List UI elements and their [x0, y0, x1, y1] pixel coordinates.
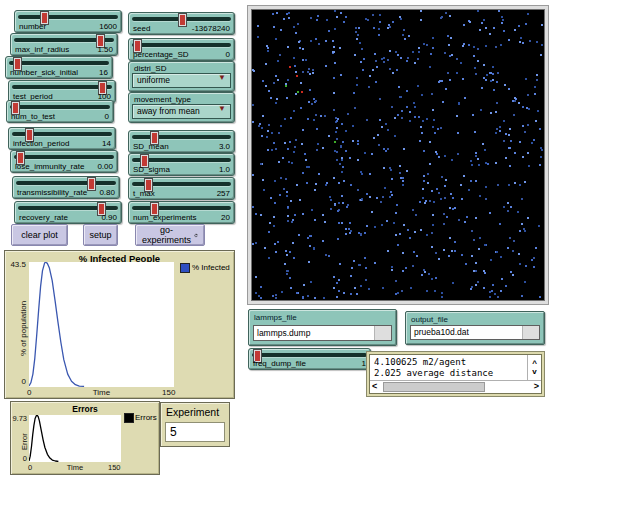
button-label: clear plot — [21, 230, 58, 240]
vertical-scrollbar[interactable]: ^ v — [527, 355, 541, 381]
clear-plot-button[interactable]: clear plot — [11, 224, 68, 246]
chooser-distri-sd[interactable]: distri_SD uniforme ▼ — [128, 61, 235, 92]
input-field-end — [522, 326, 539, 339]
experiment-monitor: Experiment 5 — [160, 402, 230, 447]
slider-track[interactable] — [14, 155, 114, 159]
chooser-value-box[interactable]: uniforme ▼ — [132, 73, 231, 88]
slider-label: t_max — [133, 189, 155, 198]
input-label: output_file — [411, 315, 448, 324]
input-field[interactable]: prueba10d.dat — [410, 325, 540, 340]
input-value: prueba10d.dat — [414, 327, 469, 337]
legend-label: % Infected — [192, 263, 230, 272]
slider-track[interactable] — [10, 105, 110, 109]
slider-max-inf-radius[interactable]: max_inf_radius1.50 — [10, 33, 118, 56]
slider-label: SD_mean — [133, 142, 169, 151]
slider-track[interactable] — [16, 181, 116, 185]
slider-value: 0 — [226, 50, 230, 59]
slider-value: 0.00 — [97, 162, 113, 171]
slider-freq-dump-file[interactable]: freq_dump_file1 — [248, 348, 371, 370]
input-field[interactable]: lammps.dump — [253, 325, 392, 341]
scroll-down-icon[interactable]: v — [532, 368, 536, 376]
chevron-down-icon: ▼ — [218, 74, 226, 82]
y-axis-label: Error — [20, 433, 29, 450]
slider-num-to-test[interactable]: num_to_test0 — [6, 100, 114, 123]
input-field-end — [374, 326, 391, 340]
input-value: lammps.dump — [257, 328, 310, 338]
scroll-left-icon[interactable]: < — [372, 381, 377, 392]
chooser-value: uniforme — [137, 75, 170, 85]
go-experiments-button[interactable]: go-experiments — [135, 224, 205, 246]
lammps-file-input[interactable]: lammps_file lammps.dump — [248, 309, 397, 346]
legend-label: Errors — [135, 413, 157, 422]
slider-percentage-sd[interactable]: percentage_SD0 — [128, 38, 235, 61]
button-label: go-experiments — [142, 225, 191, 245]
monitor-value: 5 — [165, 422, 225, 442]
plot-canvas — [29, 262, 174, 387]
legend-swatch — [180, 263, 190, 273]
slider-infection-period[interactable]: infection_period14 — [8, 127, 116, 150]
slider-seed[interactable]: seed-13678240 — [128, 12, 235, 35]
slider-label: recovery_rate — [19, 213, 68, 222]
slider-track[interactable] — [132, 135, 231, 139]
y-axis-label: % of population — [19, 301, 28, 356]
slider-track[interactable] — [18, 15, 118, 19]
output-line: 4.100625 m2/agent — [374, 357, 466, 367]
slider-sd-mean[interactable]: SD_mean3.0 — [128, 130, 235, 153]
slider-sd-sigma[interactable]: SD_sigma1.0 — [128, 153, 235, 176]
slider-label: max_inf_radius — [15, 45, 69, 54]
slider-label: num_to_test — [11, 112, 55, 121]
slider-label: infection_period — [13, 139, 69, 148]
slider-transmissibility-rate[interactable]: transmissibility_rate0.80 — [12, 176, 120, 199]
y-max-tick: 43.5 — [5, 260, 26, 269]
y-min-tick: 0 — [11, 454, 27, 463]
slider-label: freq_dump_file — [253, 359, 306, 368]
output-box: 4.100625 m2/agent 2.025 average distance… — [366, 351, 545, 397]
slider-recovery-rate[interactable]: recovery_rate0.90 — [14, 201, 122, 224]
plot-infected-people: % Infected People 43.5 0 % of population… — [4, 250, 235, 399]
slider-label: transmissibility_rate — [17, 188, 87, 197]
slider-label: lose_immunity_rate — [15, 162, 84, 171]
slider-number[interactable]: number1600 — [14, 10, 122, 33]
slider-track[interactable] — [252, 353, 367, 357]
plot-canvas — [29, 415, 121, 462]
slider-track[interactable] — [132, 43, 231, 47]
infected-curve — [29, 262, 174, 387]
slider-track[interactable] — [9, 61, 109, 65]
scrollbar-thumb[interactable] — [383, 382, 485, 392]
scroll-right-icon[interactable]: > — [534, 381, 539, 392]
forever-icon — [194, 230, 198, 241]
slider-label: num_experiments — [133, 213, 197, 222]
chooser-value: away from mean — [137, 106, 200, 116]
world-view-frame — [247, 5, 549, 305]
slider-track[interactable] — [12, 85, 112, 89]
slider-number-sick-initial[interactable]: number_sick_initial16 — [5, 56, 113, 79]
slider-num-experiments[interactable]: num_experiments20 — [128, 201, 235, 224]
slider-value: -13678240 — [192, 24, 230, 33]
output-file-input[interactable]: output_file prueba10d.dat — [405, 311, 545, 345]
slider-label: percentage_SD — [133, 50, 189, 59]
x-max-tick: 150 — [108, 463, 121, 472]
slider-value: 16 — [99, 68, 108, 77]
button-label: setup — [89, 230, 111, 240]
slider-track[interactable] — [132, 206, 231, 210]
slider-value: 257 — [217, 189, 230, 198]
chooser-movement-type[interactable]: movement_type away from mean ▼ — [128, 92, 235, 123]
horizontal-scrollbar[interactable]: < > — [370, 380, 541, 393]
world-view-canvas — [252, 10, 544, 300]
slider-label: number — [19, 22, 46, 31]
slider-t-max[interactable]: t_max257 — [128, 177, 235, 200]
slider-value: 3.0 — [219, 142, 230, 151]
errors-curve — [29, 415, 121, 462]
plot-errors: Errors 9.73 0 Error 0 Time 150 Errors — [10, 401, 160, 475]
netlogo-interface: number1600 max_inf_radius1.50 number_sic… — [0, 0, 619, 506]
x-max-tick: 150 — [162, 388, 175, 397]
input-label: lammps_file — [254, 313, 297, 322]
y-max-tick: 9.73 — [11, 414, 27, 423]
output-box-content: 4.100625 m2/agent 2.025 average distance… — [369, 354, 542, 394]
slider-value: 20 — [221, 213, 230, 222]
slider-label: SD_sigma — [133, 165, 170, 174]
setup-button[interactable]: setup — [83, 224, 118, 246]
slider-lose-immunity-rate[interactable]: lose_immunity_rate0.00 — [10, 150, 118, 173]
chooser-value-box[interactable]: away from mean ▼ — [132, 104, 231, 119]
slider-value: 1.0 — [219, 165, 230, 174]
